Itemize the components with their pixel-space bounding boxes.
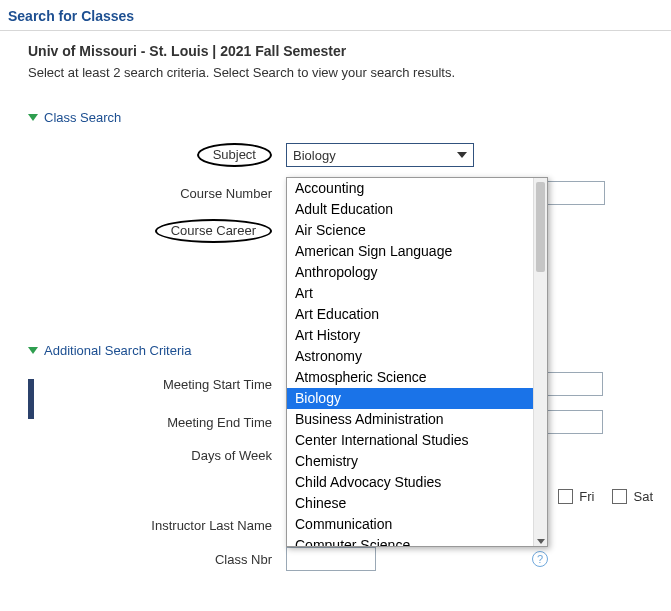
subject-label: Subject [28, 143, 286, 167]
dropdown-option[interactable]: Air Science [287, 220, 547, 241]
subject-dropdown-list[interactable]: AccountingAdult EducationAir ScienceAmer… [286, 177, 548, 547]
dropdown-option[interactable]: Computer Science [287, 535, 547, 547]
dropdown-option[interactable]: Astronomy [287, 346, 547, 367]
subject-circled: Subject [197, 143, 272, 167]
dropdown-scrollbar[interactable] [533, 178, 547, 546]
day-checkbox-fri[interactable]: Fri [558, 489, 594, 504]
scrollbar-thumb[interactable] [536, 182, 545, 272]
class-nbr-label: Class Nbr [28, 552, 286, 567]
course-number-input[interactable] [540, 181, 605, 205]
dropdown-option[interactable]: Biology [287, 388, 547, 409]
subject-select[interactable]: Biology [286, 143, 474, 167]
days-of-week-label: Days of Week [28, 448, 286, 463]
class-search-form: Subject Biology AccountingAdult Educatio… [28, 143, 671, 571]
checkbox-box [612, 489, 627, 504]
content: Univ of Missouri - St. Louis | 2021 Fall… [0, 31, 671, 571]
course-number-label: Course Number [28, 186, 286, 201]
checkbox-box [558, 489, 573, 504]
dropdown-option[interactable]: Child Advocacy Studies [287, 472, 547, 493]
dropdown-option[interactable]: Adult Education [287, 199, 547, 220]
help-icon[interactable]: ? [532, 551, 548, 567]
dropdown-option[interactable]: Communication [287, 514, 547, 535]
dropdown-option[interactable]: Anthropology [287, 262, 547, 283]
context-line: Univ of Missouri - St. Louis | 2021 Fall… [28, 43, 671, 59]
dropdown-option[interactable]: Chinese [287, 493, 547, 514]
page-title: Search for Classes [0, 0, 671, 31]
day-fri-label: Fri [579, 489, 594, 504]
dropdown-option[interactable]: Atmospheric Science [287, 367, 547, 388]
chevron-down-icon [457, 152, 467, 158]
dropdown-option[interactable]: Art Education [287, 304, 547, 325]
dropdown-option[interactable]: Center International Studies [287, 430, 547, 451]
section-class-search-toggle[interactable]: Class Search [28, 110, 671, 125]
dropdown-option[interactable]: American Sign Language [287, 241, 547, 262]
meeting-start-label: Meeting Start Time [28, 377, 286, 392]
day-checkbox-sat[interactable]: Sat [612, 489, 653, 504]
dropdown-option[interactable]: Business Administration [287, 409, 547, 430]
dropdown-option[interactable]: Art History [287, 325, 547, 346]
section-class-search-label: Class Search [44, 110, 121, 125]
course-career-circled: Course Career [155, 219, 272, 243]
class-nbr-input[interactable] [286, 547, 376, 571]
instruction-text: Select at least 2 search criteria. Selec… [28, 65, 671, 80]
triangle-down-icon [28, 347, 38, 354]
dropdown-option[interactable]: Art [287, 283, 547, 304]
section-additional-label: Additional Search Criteria [44, 343, 191, 358]
day-sat-label: Sat [633, 489, 653, 504]
subject-select-value: Biology [293, 148, 336, 163]
meeting-end-label: Meeting End Time [28, 415, 286, 430]
instructor-last-name-label: Instructor Last Name [28, 518, 286, 533]
dropdown-option[interactable]: Chemistry [287, 451, 547, 472]
course-career-label-wrap: Course Career [28, 219, 286, 243]
dropdown-option[interactable]: Accounting [287, 178, 547, 199]
scrollbar-down-icon [537, 539, 545, 544]
triangle-down-icon [28, 114, 38, 121]
